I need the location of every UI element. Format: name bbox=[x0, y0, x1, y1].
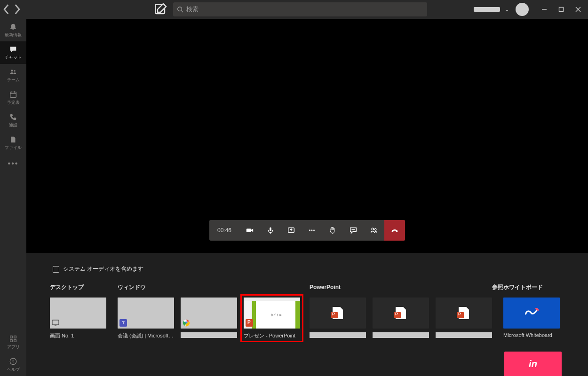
user-name-redacted bbox=[474, 7, 500, 12]
powerpoint-file-icon bbox=[459, 307, 469, 319]
powerpoint-file-thumb[interactable] bbox=[373, 298, 429, 338]
chat-panel-button[interactable] bbox=[343, 220, 364, 241]
sidebar-item-teams[interactable]: チーム bbox=[0, 64, 26, 86]
close-icon bbox=[575, 7, 581, 12]
nav-back-button[interactable] bbox=[3, 2, 10, 16]
powerpoint-file-thumb[interactable] bbox=[310, 298, 366, 338]
meeting-stage: 00:46 bbox=[26, 19, 588, 253]
window-thumb-selected[interactable]: タイトル プレゼン - PowerPoint bbox=[244, 298, 300, 339]
chevron-left-icon bbox=[3, 3, 10, 16]
chevron-down-icon[interactable]: ⌄ bbox=[505, 7, 509, 13]
mic-icon bbox=[266, 226, 275, 235]
svg-point-25 bbox=[313, 230, 315, 231]
sidebar-item-chat[interactable]: チャット bbox=[0, 41, 26, 64]
whiteboard-thumb[interactable]: Microsoft Whiteboard bbox=[503, 298, 560, 339]
share-section-whiteboard: ホワイトボード Microsoft Whiteboard bbox=[503, 283, 563, 339]
svg-text:?: ? bbox=[12, 359, 14, 364]
window-thumb[interactable]: T 会議 (会議) | Microsoft Te... bbox=[118, 298, 174, 339]
window-maximize-button[interactable] bbox=[554, 2, 568, 16]
sidebar-item-label: 最新情報 bbox=[5, 32, 22, 38]
meeting-toolbar: 00:46 bbox=[209, 220, 405, 241]
invision-card[interactable]: in bbox=[504, 352, 562, 376]
svg-rect-13 bbox=[10, 336, 13, 338]
sidebar-item-label: アプリ bbox=[7, 344, 20, 350]
ellipsis-icon bbox=[308, 226, 316, 235]
raise-hand-button[interactable] bbox=[322, 220, 343, 241]
sidebar-item-label: ファイル bbox=[5, 145, 22, 151]
window-close-button[interactable] bbox=[571, 2, 585, 16]
sidebar-item-label: チーム bbox=[7, 77, 20, 83]
file-icon bbox=[9, 135, 17, 144]
avatar[interactable] bbox=[516, 3, 529, 16]
sidebar-item-help[interactable]: ? ヘルプ bbox=[0, 353, 26, 376]
sidebar-item-apps[interactable]: アプリ bbox=[0, 331, 26, 353]
desktop-thumb[interactable]: 画面 No. 1 bbox=[50, 298, 106, 339]
nav-forward-button[interactable] bbox=[13, 2, 21, 16]
participants-button[interactable] bbox=[364, 220, 384, 241]
sidebar-item-calls[interactable]: 通話 bbox=[0, 109, 26, 132]
whiteboard-icon bbox=[524, 307, 539, 319]
include-audio-label: システム オーディオを含めます bbox=[63, 265, 143, 273]
svg-point-28 bbox=[374, 228, 376, 230]
chat-bubble-icon bbox=[349, 226, 358, 235]
svg-rect-14 bbox=[14, 336, 16, 338]
compose-button[interactable] bbox=[153, 2, 167, 16]
share-section-window: ウィンドウ T 会議 (会議) | Microsoft Te... bbox=[118, 283, 310, 339]
hangup-icon bbox=[390, 226, 399, 235]
section-header: ホワイトボード bbox=[503, 283, 563, 291]
share-button[interactable] bbox=[281, 220, 302, 241]
window-thumb[interactable] bbox=[181, 298, 237, 339]
bell-icon bbox=[9, 23, 17, 31]
thumb-label-redacted bbox=[436, 332, 492, 338]
mic-button[interactable] bbox=[260, 220, 281, 241]
chevron-right-icon bbox=[13, 3, 21, 16]
call-timer: 00:46 bbox=[209, 220, 239, 241]
teams-app-icon: T bbox=[119, 319, 127, 327]
calendar-icon bbox=[9, 90, 17, 99]
powerpoint-file-thumb[interactable] bbox=[436, 298, 492, 338]
minimize-icon bbox=[541, 7, 547, 12]
window-minimize-button[interactable] bbox=[537, 2, 551, 16]
sidebar-item-label: ヘルプ bbox=[7, 367, 20, 373]
chrome-app-icon bbox=[183, 319, 190, 327]
sidebar-more-button[interactable]: ••• bbox=[8, 154, 19, 173]
maximize-icon bbox=[558, 7, 564, 12]
share-tray: システム オーディオを含めます デスクトップ 画面 No. 1 ウィンドウ bbox=[26, 253, 588, 376]
svg-rect-9 bbox=[10, 92, 16, 97]
search-input[interactable]: 検索 bbox=[173, 2, 427, 16]
browse-button[interactable]: 参照 bbox=[492, 283, 503, 291]
include-system-audio-checkbox[interactable]: システム オーディオを含めます bbox=[53, 265, 564, 273]
help-icon: ? bbox=[9, 357, 17, 366]
thumb-label-redacted bbox=[181, 332, 237, 338]
search-placeholder: 検索 bbox=[186, 5, 199, 14]
camera-button[interactable] bbox=[239, 220, 260, 241]
thumb-label: 会議 (会議) | Microsoft Te... bbox=[118, 332, 174, 339]
svg-point-1 bbox=[178, 7, 182, 11]
sidebar-item-label: 予定表 bbox=[7, 100, 20, 106]
thumb-label: Microsoft Whiteboard bbox=[503, 332, 560, 339]
screen-icon bbox=[52, 319, 59, 327]
compose-icon bbox=[153, 2, 167, 16]
svg-point-23 bbox=[309, 230, 310, 231]
thumb-label-redacted bbox=[373, 332, 429, 338]
share-screen-icon bbox=[287, 226, 295, 235]
svg-point-8 bbox=[14, 70, 16, 71]
thumb-label: 画面 No. 1 bbox=[50, 332, 106, 339]
sidebar-item-label: 通話 bbox=[9, 122, 17, 128]
powerpoint-app-icon bbox=[246, 319, 253, 327]
svg-rect-19 bbox=[246, 228, 251, 232]
checkbox-icon bbox=[53, 266, 59, 273]
sidebar-item-activity[interactable]: 最新情報 bbox=[0, 19, 26, 41]
svg-rect-16 bbox=[14, 339, 16, 342]
phone-icon bbox=[9, 113, 17, 121]
thumb-label-redacted bbox=[310, 332, 366, 338]
hangup-button[interactable] bbox=[384, 220, 405, 241]
more-actions-button[interactable] bbox=[302, 220, 322, 241]
svg-rect-20 bbox=[270, 227, 271, 231]
svg-rect-15 bbox=[10, 339, 13, 342]
sidebar-item-files[interactable]: ファイル bbox=[0, 132, 26, 154]
sidebar-item-calendar[interactable]: 予定表 bbox=[0, 86, 26, 109]
powerpoint-file-icon bbox=[333, 307, 343, 319]
svg-point-7 bbox=[11, 70, 13, 71]
section-header: PowerPoint bbox=[310, 284, 341, 290]
